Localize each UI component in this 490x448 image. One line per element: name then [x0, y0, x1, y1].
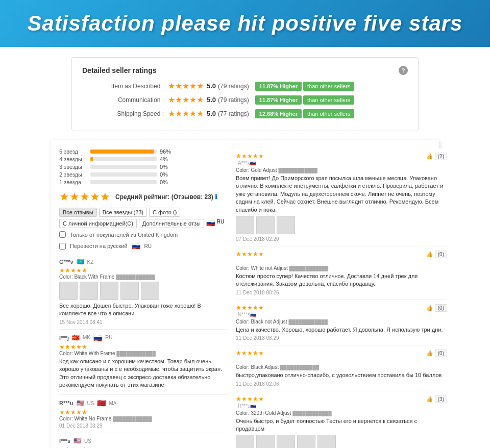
filter-with-info[interactable]: С личной информацией(C): [59, 219, 137, 228]
review-date-0: 15 Nov 2018 08:41: [59, 319, 228, 325]
right-review-3: ★★★★★ 👍 (0) Color: Black Adjust ████████…: [236, 345, 447, 391]
right-review-header-4: ★★★★★ R***u🇷🇺 👍 (3): [236, 395, 447, 409]
star-bar-bg-4: [90, 180, 157, 184]
right-review-name-4: R***u🇷🇺: [238, 403, 256, 409]
translate-label: Только от покупателей из United Kingdom: [70, 232, 178, 238]
left-review-3: I***s 🇺🇸 US ★★★★★ Color: White No Frame …: [59, 433, 228, 448]
star: ★: [182, 109, 189, 118]
review-stars-1: ★★★★★: [59, 343, 228, 351]
star-breakdown-row-1: 4 звезды 4%: [59, 156, 228, 162]
right-review-date-1: 11 Dec 2018 08:26: [236, 290, 447, 295]
star-bar-fill-1: [90, 157, 93, 161]
flag-ru-translate: 🇷🇺: [132, 242, 140, 250]
right-review-text-4: Очень быстро, и будет полностью Тесты ег…: [236, 417, 447, 433]
help-icon[interactable]: ?: [399, 66, 408, 75]
review-country-0: KZ: [87, 259, 94, 265]
star-label-2: 3 звезды: [59, 164, 87, 170]
other-sellers-badge-2: than other sellers: [303, 109, 354, 118]
filter-all-stars[interactable]: Все звезды (23): [99, 208, 147, 217]
translate-to-ru-checkbox[interactable]: [59, 243, 66, 250]
right-review-img-4-3: [297, 435, 315, 448]
right-review-images-0: [236, 216, 447, 234]
star-2: ★: [69, 190, 80, 204]
thumbs-1: 👍 (0): [426, 251, 447, 258]
translate-checkbox[interactable]: [59, 231, 66, 238]
right-review-4: ★★★★★ R***u🇷🇺 👍 (3) Color: 320th Gold Ad…: [236, 391, 447, 448]
avg-rating-box: ★ ★ ★ ★ ★ Средний рейтинг: (Отзывов: 23)…: [59, 190, 228, 204]
star: ★: [197, 95, 204, 105]
star-breakdown-row-2: 3 звезды 0%: [59, 164, 228, 170]
right-review-text-3: быстро,упаковано отлично-спасибо, с удов…: [236, 371, 447, 379]
star: ★: [182, 95, 189, 105]
header-banner: Satisfaction please hit positive five st…: [0, 0, 490, 47]
reviews-section: 5 звезд 96% 4 звезды 4% 3 звезды 0% 2 зв…: [59, 148, 447, 448]
reviewer-name-2: R***u: [59, 400, 74, 406]
filter-all-reviews[interactable]: Все отзывы: [59, 208, 97, 217]
star: ★: [175, 95, 182, 105]
review-flag-0: 🇰🇿: [77, 258, 84, 265]
ratings-title-label: Detailed seller ratings: [82, 66, 157, 74]
review-stars-2: ★★★★★: [59, 409, 228, 416]
rating-stars-1: ★★★★★: [168, 95, 204, 105]
review-img-0-4: [141, 282, 159, 300]
rating-score-0: 5.0: [207, 82, 216, 90]
avg-stars: ★ ★ ★ ★ ★: [59, 190, 110, 204]
review-header-3: I***s 🇺🇸 US: [59, 437, 228, 444]
star: ★: [182, 81, 189, 91]
right-review-stars-4: ★★★★★: [236, 395, 264, 403]
rating-count-1: (79 ratings): [218, 96, 249, 104]
right-review-img-0-2: [277, 216, 295, 234]
star-bar-bg-1: [90, 157, 157, 161]
higher-badge-1: 11.87% Higher: [255, 95, 302, 105]
thumbs-up-icon-1: 👍: [426, 251, 433, 258]
right-reviews-container: ★★★★★ A***x🇷🇺 👍 (2) Color: Gold Adjust █…: [236, 148, 447, 448]
right-review-header-0: ★★★★★ A***x🇷🇺 👍 (2): [236, 153, 447, 166]
rating-label-2: Shipping Speed :: [82, 110, 164, 117]
left-review-0: G***v 🇰🇿 KZ ★★★★★ Color: Black With Fram…: [59, 254, 228, 330]
star-bar-bg-3: [90, 172, 157, 177]
filter-with-photo[interactable]: С фото (): [149, 208, 180, 217]
right-review-img-0-0: [236, 216, 254, 234]
right-review-img-4-2: [277, 435, 295, 448]
translate-to-ru-label: Перевести на русский: [70, 243, 128, 249]
star-pct-1: 4%: [160, 156, 174, 162]
reviewer-name-0: G***v: [59, 259, 74, 265]
rating-row-2: Shipping Speed : ★★★★★ 5.0 (77 ratings) …: [82, 109, 408, 118]
thumbs-2: 👍 (0): [426, 304, 447, 312]
thumbs-0: 👍 (2): [426, 153, 447, 160]
left-reviews-container: G***v 🇰🇿 KZ ★★★★★ Color: Black With Fram…: [59, 254, 228, 448]
review-header-1: I***j 🇲🇰 MK 🇷🇺RU: [59, 334, 228, 342]
info-icon[interactable]: ℹ: [215, 193, 217, 201]
right-review-img-4-4: [317, 435, 336, 448]
star-label-1: 4 звезды: [59, 156, 87, 162]
thumbs-up-icon-3: 👍: [426, 350, 433, 357]
higher-badge-0: 11.87% Higher: [255, 82, 302, 91]
rating-score-2: 5.0: [207, 110, 216, 117]
star: ★: [175, 109, 182, 118]
reviews-count-label: (Отзывов: 23): [172, 193, 213, 201]
filter-additional[interactable]: Дополнительные отзы: [139, 219, 204, 228]
star-breakdown: 5 звезд 96% 4 звезды 4% 3 звезды 0% 2 зв…: [59, 148, 228, 185]
right-review-name-0: A***x🇷🇺: [238, 160, 256, 166]
right-review-img-4-1: [256, 435, 275, 448]
flag-country-label: RU: [217, 219, 224, 228]
right-review-color-2: Color: Black not Adjust ████████████: [236, 319, 447, 325]
rating-score-1: 5.0: [207, 96, 216, 104]
review-text-0: Все хорошо. Дошел быстро. Упакован тоже …: [59, 302, 228, 318]
main-content: Detailed seller ratings ? Item as Descri…: [0, 47, 490, 448]
ratings-box-title: Detailed seller ratings ?: [82, 66, 408, 75]
star: ★: [168, 95, 175, 105]
thumbs-count-3: (0): [435, 350, 447, 357]
review-images-0: [59, 282, 228, 300]
left-panel: 5 звезд 96% 4 звезды 4% 3 звезды 0% 2 зв…: [59, 148, 228, 448]
rating-row-1: Communication : ★★★★★ 5.0 (79 ratings) 1…: [82, 95, 408, 105]
star: ★: [189, 109, 197, 118]
reviewer-name-1: I***j: [59, 335, 69, 341]
star-1: ★: [59, 190, 69, 204]
review-stars-0: ★★★★★: [59, 267, 228, 274]
thumbs-up-icon-4: 👍: [426, 396, 433, 403]
star-bar-fill-0: [90, 150, 154, 154]
review-flag-2: 🇺🇸: [77, 400, 84, 407]
review-color-2: Color: White No Frame ████████████: [59, 416, 228, 421]
star: ★: [175, 81, 182, 91]
